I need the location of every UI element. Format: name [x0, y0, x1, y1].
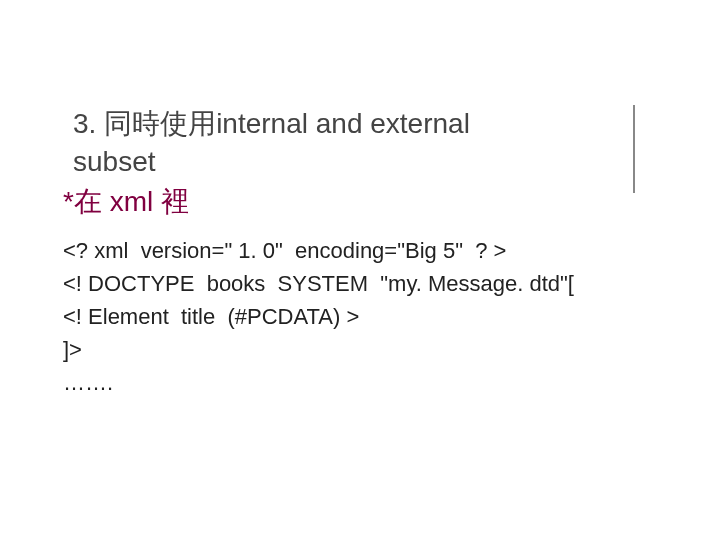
- decorative-line: [633, 105, 635, 193]
- code-line-1: <? xml version=" 1. 0" encoding="Big 5" …: [63, 234, 670, 267]
- code-block: <? xml version=" 1. 0" encoding="Big 5" …: [63, 234, 670, 399]
- heading-line-2: subset: [63, 143, 670, 181]
- slide-content: 3. 同時使用internal and external subset *在 x…: [63, 105, 670, 399]
- subtitle: *在 xml 裡: [63, 183, 670, 221]
- code-line-3: <! Element title (#PCDATA) >: [63, 300, 670, 333]
- code-line-2: <! DOCTYPE books SYSTEM "my. Message. dt…: [63, 267, 670, 300]
- heading-line-1: 3. 同時使用internal and external: [63, 105, 670, 143]
- code-line-5: …….: [63, 366, 670, 399]
- code-line-4: ]>: [63, 333, 670, 366]
